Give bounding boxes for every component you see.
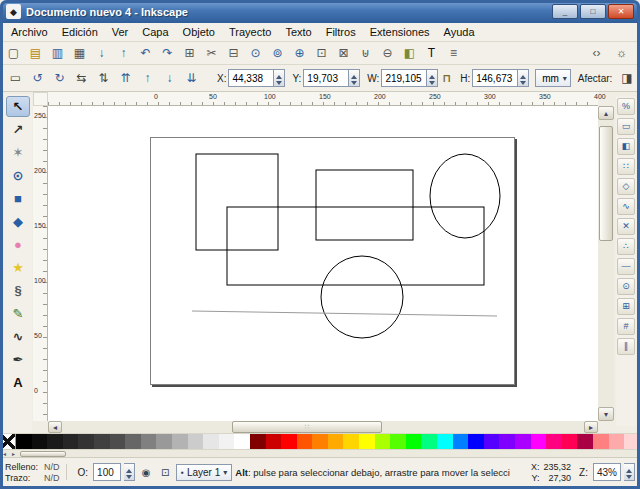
palette-swatch[interactable]	[406, 434, 422, 449]
print-button[interactable]: ▦	[69, 43, 90, 63]
canvas-shape-rect[interactable]	[227, 207, 484, 285]
save-button[interactable]: ▥	[47, 43, 68, 63]
text-tool[interactable]: A	[6, 372, 30, 393]
layer-selector[interactable]: ▪ Layer 1 ▾	[176, 464, 232, 481]
snap-object-centers-toggle[interactable]: ⊙	[617, 278, 635, 295]
canvas-shape-rect[interactable]	[196, 154, 278, 250]
menu-item[interactable]: Capa	[135, 24, 175, 40]
ungroup-button[interactable]: ⊖	[377, 43, 398, 63]
palette-swatch[interactable]	[32, 434, 48, 449]
palette-swatch[interactable]	[484, 434, 500, 449]
menu-item[interactable]: Ayuda	[437, 24, 482, 40]
snap-midpoints-toggle[interactable]: —	[617, 258, 635, 275]
flip-horizontal-button[interactable]: ⇆	[71, 68, 92, 88]
box-3d-tool[interactable]: ◆	[6, 211, 30, 232]
lock-dimensions-icon[interactable]: ⊓	[442, 72, 451, 85]
canvas-shape-ellipse[interactable]	[321, 256, 403, 338]
width-input[interactable]: 219,105	[381, 69, 427, 87]
drawing-shapes[interactable]	[48, 106, 598, 421]
x-spin[interactable]	[274, 69, 285, 87]
height-input[interactable]: 146,673	[472, 69, 518, 87]
spin-up-button[interactable]	[349, 70, 359, 78]
palette-swatch[interactable]	[63, 434, 79, 449]
rotate-cw-button[interactable]: ↻	[49, 68, 70, 88]
palette-swatch[interactable]	[421, 434, 437, 449]
pen-tool[interactable]: ∿	[6, 326, 30, 347]
no-color-swatch[interactable]	[0, 434, 16, 449]
close-button[interactable]: ✕	[608, 4, 634, 19]
palette-swatch[interactable]	[297, 434, 313, 449]
spin-up-button[interactable]	[124, 464, 134, 472]
palette-swatch[interactable]	[156, 434, 172, 449]
tweak-tool[interactable]: ✶	[6, 142, 30, 163]
palette-swatch[interactable]	[281, 434, 297, 449]
horizontal-scroll-thumb[interactable]: ∷	[232, 421, 382, 433]
zoom-page-button[interactable]: ⊕	[289, 43, 310, 63]
canvas-shape-line[interactable]	[192, 311, 497, 316]
minimize-button[interactable]: _	[552, 4, 578, 19]
palette-swatch[interactable]	[172, 434, 188, 449]
palette-swatch[interactable]	[624, 434, 640, 449]
palette-swatch[interactable]	[16, 434, 32, 449]
zoom-tool[interactable]: ⊙	[6, 165, 30, 186]
menu-item[interactable]: Archivo	[4, 24, 55, 40]
palette-swatch[interactable]	[593, 434, 609, 449]
palette-swatch[interactable]	[328, 434, 344, 449]
x-input[interactable]: 44,338	[228, 69, 274, 87]
spin-down-button[interactable]	[349, 78, 359, 86]
palette-scroll-right-icon[interactable]: ▸	[9, 450, 18, 457]
copy-button[interactable]: ⊞	[179, 43, 200, 63]
spin-up-button[interactable]	[427, 70, 437, 78]
horizontal-ruler[interactable]: 050100150200250300350400	[48, 92, 598, 106]
palette-swatch[interactable]	[234, 434, 250, 449]
zoom-input[interactable]: 43%	[593, 463, 621, 481]
layer-lock-toggle[interactable]: ⊡	[157, 464, 173, 480]
paste-button[interactable]: ⊟	[223, 43, 244, 63]
palette-swatch[interactable]	[343, 434, 359, 449]
zoom-spin[interactable]	[624, 463, 635, 481]
palette-swatch[interactable]	[499, 434, 515, 449]
vertical-scrollbar[interactable]: ▴ ▾	[598, 106, 614, 421]
palette-swatch[interactable]	[390, 434, 406, 449]
menu-item[interactable]: Edición	[55, 24, 105, 40]
opacity-spin[interactable]	[124, 463, 135, 481]
scroll-right-button[interactable]: ▸	[584, 421, 598, 433]
palette-swatch[interactable]	[375, 434, 391, 449]
palette-scroll-left-icon[interactable]: ◂	[0, 450, 9, 457]
raise-button[interactable]: ↑	[137, 68, 158, 88]
snap-grid-toggle[interactable]: #	[617, 318, 635, 335]
vertical-scroll-thumb[interactable]	[599, 126, 613, 241]
palette-swatch[interactable]	[125, 434, 141, 449]
lower-button[interactable]: ↓	[159, 68, 180, 88]
palette-swatch[interactable]	[453, 434, 469, 449]
raise-top-button[interactable]: ⇈	[115, 68, 136, 88]
xml-editor-button[interactable]: ‹›	[586, 43, 607, 63]
affect-stroke-toggle[interactable]: ◨	[616, 68, 637, 88]
text-dialog-button[interactable]: T	[421, 43, 442, 63]
scroll-down-button[interactable]: ▾	[598, 407, 614, 421]
import-button[interactable]: ↓	[91, 43, 112, 63]
undo-button[interactable]: ↶	[135, 43, 156, 63]
snap-bbox-corners-toggle[interactable]: ∷	[617, 158, 635, 175]
units-dropdown[interactable]: mm ▾	[535, 69, 571, 87]
palette-swatch[interactable]	[515, 434, 531, 449]
ellipse-tool[interactable]: ●	[6, 234, 30, 255]
maximize-button[interactable]: □	[580, 4, 606, 19]
snap-cusp-nodes-toggle[interactable]: ∴	[617, 238, 635, 255]
palette-swatch[interactable]	[312, 434, 328, 449]
spin-down-button[interactable]	[518, 78, 528, 86]
preferences-button[interactable]: ☼	[611, 43, 632, 63]
height-spin[interactable]	[518, 69, 529, 87]
spin-up-button[interactable]	[624, 464, 634, 472]
horizontal-scroll-track[interactable]: ∷	[62, 421, 584, 433]
zoom-selection-button[interactable]: ⊙	[245, 43, 266, 63]
palette-swatch[interactable]	[219, 434, 235, 449]
palette-swatch[interactable]	[531, 434, 547, 449]
palette-swatch[interactable]	[250, 434, 266, 449]
snap-bbox-edges-toggle[interactable]: ◧	[617, 138, 635, 155]
vertical-scroll-track[interactable]	[598, 120, 614, 407]
spin-up-button[interactable]	[274, 70, 284, 78]
zoom-drawing-button[interactable]: ⊚	[267, 43, 288, 63]
redo-button[interactable]: ↷	[157, 43, 178, 63]
horizontal-scrollbar[interactable]: ◂ ∷ ▸	[48, 421, 598, 433]
